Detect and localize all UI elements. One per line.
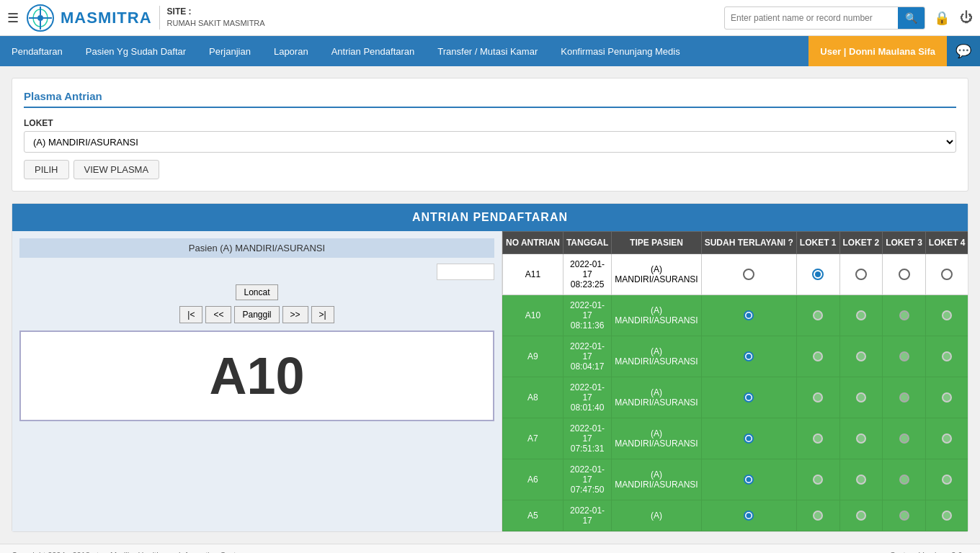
cell-tipe: (A) MANDIRI/ASURANSI [612,295,701,336]
queue-header: ANTRIAN PENDAFTARAN [12,204,968,231]
table-row: A8 2022-01-1708:01:40 (A) MANDIRI/ASURAN… [503,377,968,418]
cell-terlayani [701,295,796,336]
queue-next-button[interactable]: >> [282,306,308,323]
radio-small [856,475,866,485]
radio-small [813,511,823,521]
lock-icon[interactable]: 🔒 [934,10,950,26]
col-no-antrian: NO ANTRIAN [503,232,564,254]
nav-item-pendaftaran[interactable]: Pendaftaran [0,36,74,66]
queue-controls: |< << Panggil >> >| [19,306,494,323]
radio-filled [744,475,754,485]
chat-icon[interactable]: 💬 [947,36,980,66]
col-sudah-terlayani: SUDAH TERLAYANI ? [701,232,796,254]
search-button[interactable]: 🔍 [898,6,925,30]
panel-title: Plasma Antrian [24,90,956,108]
panel-buttons: PILIH VIEW PLASMA [24,160,956,179]
table-row: A6 2022-01-1707:47:50 (A) MANDIRI/ASURAN… [503,459,968,500]
radio-small [856,433,866,444]
cell-loket2 [839,336,883,377]
queue-prev-button[interactable]: << [205,306,231,323]
col-loket-1: LOKET 1 [796,232,839,254]
radio-empty [899,269,910,280]
cell-terlayani [701,459,796,500]
cell-no: A5 [503,500,564,531]
queue-number-input-row [19,264,494,280]
cell-loket2 [839,418,883,459]
queue-number-input[interactable] [437,264,494,280]
power-icon[interactable]: ⏻ [960,10,973,25]
nav-item-transfer[interactable]: Transfer / Mutasi Kamar [426,36,549,66]
cell-tanggal: 2022-01-1708:04:17 [563,336,611,377]
radio-small [813,392,823,403]
cell-loket1 [796,254,839,295]
cell-loket1 [796,418,839,459]
nav-item-perjanjian[interactable]: Perjanjian [197,36,262,66]
cell-loket2 [839,254,883,295]
radio-small [856,511,866,521]
pilih-button[interactable]: PILIH [24,160,69,179]
cell-loket4 [925,254,968,295]
loncat-button[interactable]: Loncat [236,284,277,300]
cell-tipe: (A) [612,500,701,531]
plasma-antrian-panel: Plasma Antrian LOKET (A) MANDIRI/ASURANS… [12,78,968,192]
queue-first-button[interactable]: |< [179,306,202,323]
table-row: A9 2022-01-1708:04:17 (A) MANDIRI/ASURAN… [503,336,968,377]
header-icons: 🔒 ⏻ [934,10,973,26]
queue-last-button[interactable]: >| [311,306,334,323]
cell-loket2 [839,459,883,500]
radio-small [813,310,823,320]
cell-tanggal: 2022-01-17 [563,500,611,531]
radio-small-open [899,511,909,521]
main-content: Plasma Antrian LOKET (A) MANDIRI/ASURANS… [0,66,980,544]
queue-panggil-button[interactable]: Panggil [234,306,279,323]
table-row: A5 2022-01-17 (A) [503,500,968,531]
table-row: A11 2022-01-1708:23:25 (A) MANDIRI/ASURA… [503,254,968,295]
menu-icon[interactable]: ☰ [7,10,19,26]
cell-loket3 [883,254,926,295]
radio-filled [744,310,754,320]
footer-left: Copyright 2004 - 2018 · teraMedik : Heal… [12,551,247,554]
patient-search[interactable]: 🔍 [724,6,925,30]
radio-small [813,475,823,485]
cell-loket4 [925,459,968,500]
cell-loket2 [839,377,883,418]
cell-tanggal: 2022-01-1708:23:25 [563,254,611,295]
col-loket-3: LOKET 3 [883,232,926,254]
radio-small [942,310,952,320]
loket-select[interactable]: (A) MANDIRI/ASURANSI (B) UMUM (C) BPJS [24,131,956,153]
cell-no: A8 [503,377,564,418]
cell-loket1 [796,459,839,500]
radio-filled [744,351,754,361]
cell-tanggal: 2022-01-1708:01:40 [563,377,611,418]
col-loket-2: LOKET 2 [839,232,883,254]
nav-bar: Pendaftaran Pasien Yg Sudah Daftar Perja… [0,36,980,66]
queue-right-panel: NO ANTRIAN TANGGAL TIPE PASIEN SUDAH TER… [502,231,968,531]
loket-label: LOKET [24,118,956,128]
radio-small [856,392,866,403]
table-header-row: NO ANTRIAN TANGGAL TIPE PASIEN SUDAH TER… [503,232,968,254]
cell-no: A10 [503,295,564,336]
nav-item-laporan[interactable]: Laporan [262,36,320,66]
cell-loket3 [883,377,926,418]
search-input[interactable] [725,13,898,23]
radio-filled [744,511,754,521]
nav-item-sudah-daftar[interactable]: Pasien Yg Sudah Daftar [74,36,197,66]
cell-tipe: (A) MANDIRI/ASURANSI [612,418,701,459]
nav-item-konfirmasi[interactable]: Konfirmasi Penunjang Medis [549,36,691,66]
loket-group: LOKET (A) MANDIRI/ASURANSI (B) UMUM (C) … [24,118,956,153]
queue-section: ANTRIAN PENDAFTARAN Pasien (A) MANDIRI/A… [12,203,968,532]
user-label[interactable]: User | Donni Maulana Sifa [808,36,947,66]
header: ☰ MASMITRA SITE : RUMAH SAKIT MASMITRA 🔍… [0,0,980,36]
nav-item-antrian-pendaftaran[interactable]: Antrian Pendaftaran [320,36,427,66]
radio-small-open [899,351,909,361]
radio-small-open [899,433,909,444]
radio-small [942,392,952,403]
cell-terlayani [701,254,796,295]
cell-loket1 [796,500,839,531]
radio-small [856,351,866,361]
cell-tipe: (A) MANDIRI/ASURANSI [612,377,701,418]
cell-loket4 [925,377,968,418]
radio-small [942,433,952,444]
view-plasma-button[interactable]: VIEW PLASMA [74,160,160,179]
queue-table-wrapper[interactable]: NO ANTRIAN TANGGAL TIPE PASIEN SUDAH TER… [502,231,968,531]
